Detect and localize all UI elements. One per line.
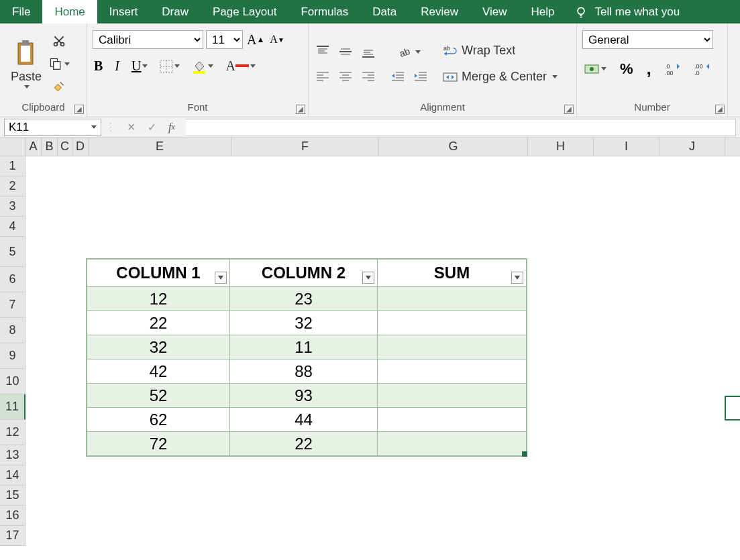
- row-header[interactable]: 4: [0, 217, 25, 237]
- col-header-c[interactable]: C: [58, 137, 72, 156]
- col-header-b[interactable]: B: [42, 137, 58, 156]
- tab-page-layout[interactable]: Page Layout: [201, 0, 288, 23]
- borders-button[interactable]: [158, 58, 181, 74]
- align-right-button[interactable]: [360, 69, 377, 84]
- row-header[interactable]: 17: [0, 526, 25, 546]
- increase-decimal-button[interactable]: .0.00: [664, 61, 682, 77]
- table-resize-handle[interactable]: [522, 451, 527, 457]
- table-cell[interactable]: [378, 432, 527, 456]
- italic-button[interactable]: I: [113, 57, 121, 75]
- col-header-d[interactable]: D: [72, 137, 89, 156]
- tab-data[interactable]: Data: [360, 0, 409, 23]
- table-cell[interactable]: [378, 311, 527, 335]
- row-header[interactable]: 5: [0, 237, 25, 267]
- row-header[interactable]: 8: [0, 318, 25, 343]
- selected-cell[interactable]: [725, 396, 740, 421]
- table-cell[interactable]: 12: [87, 287, 230, 311]
- paste-button[interactable]: Paste: [5, 39, 47, 89]
- align-top-button[interactable]: [314, 44, 331, 60]
- table-cell[interactable]: [378, 335, 527, 359]
- row-header[interactable]: 15: [0, 486, 25, 506]
- merge-center-button[interactable]: Merge & Center: [441, 68, 559, 85]
- row-header[interactable]: 13: [0, 445, 25, 465]
- insert-function-button[interactable]: fx: [167, 120, 176, 135]
- table-cell[interactable]: [378, 384, 527, 408]
- filter-button[interactable]: [215, 272, 227, 284]
- number-dialog-launcher[interactable]: ◢: [715, 105, 725, 114]
- col-header-a[interactable]: A: [25, 137, 42, 156]
- col-header-i[interactable]: I: [594, 137, 659, 156]
- clipboard-dialog-launcher[interactable]: ◢: [74, 105, 84, 114]
- row-header[interactable]: 6: [0, 267, 25, 292]
- col-header-h[interactable]: H: [528, 137, 594, 156]
- select-all-corner[interactable]: [0, 137, 25, 156]
- row-header[interactable]: 2: [0, 176, 25, 197]
- copy-button[interactable]: [47, 56, 71, 72]
- col-header-e[interactable]: E: [89, 137, 231, 156]
- table-cell[interactable]: 11: [230, 335, 378, 359]
- col-header-j[interactable]: J: [659, 137, 725, 156]
- formula-input[interactable]: [186, 119, 736, 136]
- tab-file[interactable]: File: [0, 0, 42, 23]
- enter-formula-button[interactable]: ✓: [146, 119, 158, 135]
- tab-home[interactable]: Home: [42, 0, 97, 23]
- alignment-dialog-launcher[interactable]: ◢: [564, 105, 574, 114]
- row-header[interactable]: 1: [0, 156, 25, 176]
- tab-view[interactable]: View: [470, 0, 519, 23]
- align-middle-button[interactable]: [337, 44, 354, 60]
- decrease-decimal-button[interactable]: .00.0: [693, 61, 712, 77]
- table-cell[interactable]: 52: [87, 384, 230, 408]
- table-cell[interactable]: [378, 359, 527, 384]
- name-box[interactable]: K11: [4, 119, 101, 136]
- col-header-g[interactable]: G: [379, 137, 528, 156]
- align-center-button[interactable]: [337, 69, 354, 84]
- font-size-combo[interactable]: 11: [206, 30, 243, 49]
- worksheet[interactable]: A B C D E F G H I J 12345678910111213141…: [0, 137, 740, 546]
- table-cell[interactable]: 44: [230, 408, 378, 432]
- table-cell[interactable]: [378, 408, 527, 432]
- row-header[interactable]: 12: [0, 420, 25, 445]
- row-header[interactable]: 3: [0, 197, 25, 217]
- tab-help[interactable]: Help: [519, 0, 567, 23]
- row-header[interactable]: 14: [0, 465, 25, 486]
- table-header[interactable]: COLUMN 1: [87, 260, 230, 287]
- format-painter-button[interactable]: [51, 78, 67, 95]
- increase-font-button[interactable]: A▲: [246, 31, 266, 49]
- number-format-combo[interactable]: General: [582, 30, 713, 49]
- table-cell[interactable]: 62: [87, 408, 230, 432]
- comma-button[interactable]: ,: [645, 57, 653, 80]
- table-cell[interactable]: 32: [87, 335, 230, 359]
- table-cell[interactable]: 42: [87, 359, 230, 384]
- orientation-button[interactable]: ab: [397, 44, 422, 60]
- font-color-button[interactable]: A: [224, 57, 256, 75]
- filter-button[interactable]: [362, 272, 374, 284]
- font-dialog-launcher[interactable]: ◢: [296, 105, 305, 114]
- table-cell[interactable]: 22: [87, 311, 230, 335]
- table-cell[interactable]: 22: [230, 432, 378, 456]
- tab-draw[interactable]: Draw: [150, 0, 201, 23]
- table-cell[interactable]: 32: [230, 311, 378, 335]
- increase-indent-button[interactable]: [412, 69, 429, 84]
- decrease-indent-button[interactable]: [389, 69, 407, 84]
- bold-button[interactable]: B: [93, 57, 104, 75]
- row-header[interactable]: 9: [0, 343, 25, 369]
- percent-button[interactable]: %: [619, 59, 635, 79]
- cut-button[interactable]: [51, 33, 67, 49]
- fill-color-button[interactable]: [191, 58, 215, 75]
- decrease-font-button[interactable]: A▼: [268, 32, 285, 47]
- tab-formulas[interactable]: Formulas: [288, 0, 360, 23]
- table-header[interactable]: SUM: [378, 260, 527, 287]
- filter-button[interactable]: [511, 272, 523, 284]
- align-bottom-button[interactable]: [360, 44, 377, 60]
- row-header[interactable]: 7: [0, 292, 25, 318]
- row-header[interactable]: 11: [0, 394, 25, 420]
- row-header[interactable]: 16: [0, 506, 25, 526]
- row-header[interactable]: 10: [0, 369, 25, 394]
- col-header-f[interactable]: F: [231, 137, 379, 156]
- tab-review[interactable]: Review: [409, 0, 470, 23]
- wrap-text-button[interactable]: ab Wrap Text: [441, 42, 517, 59]
- underline-button[interactable]: U: [130, 57, 149, 75]
- cancel-formula-button[interactable]: ✕: [125, 119, 137, 135]
- accounting-format-button[interactable]: [582, 61, 608, 77]
- font-name-combo[interactable]: Calibri: [93, 30, 203, 49]
